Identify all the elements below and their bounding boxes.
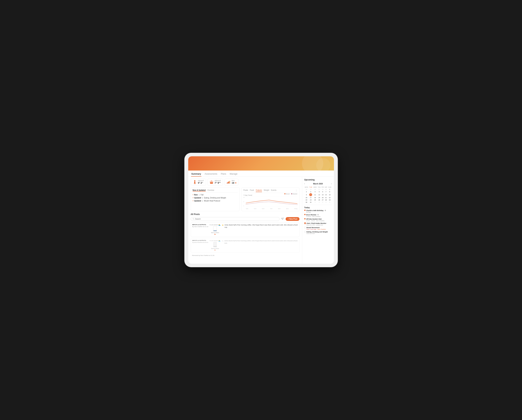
cal-prev-button[interactable]: ‹	[304, 182, 305, 185]
today-item-fluid-alert: Alert: Fluid Intake Monitor Due at 11:53…	[304, 222, 332, 226]
legend-bowel: Bowel	[284, 193, 290, 195]
tab-plans[interactable]: Plans	[221, 171, 227, 177]
cal-day[interactable]: 21	[324, 196, 328, 199]
cal-day[interactable]: 14	[324, 193, 328, 196]
cal-header-thu: THU	[317, 186, 321, 188]
new-post-button[interactable]: + New Post	[286, 217, 299, 221]
cal-day[interactable]: 11	[313, 193, 317, 196]
height-value: 5ft 2in	[198, 182, 204, 184]
today-item-birthday: Charlie's 64th Birthday ♻ All Day	[304, 210, 332, 213]
tab-assessments[interactable]: Assessments	[204, 171, 218, 177]
cal-day[interactable]: 12	[317, 193, 321, 196]
fluid-label-1: FLUID INTAKE	[209, 224, 218, 226]
cal-day[interactable]: 17	[308, 196, 313, 199]
cal-day[interactable]: 3	[321, 201, 324, 203]
svg-rect-3	[195, 183, 195, 184]
cal-day[interactable]: 22	[328, 196, 332, 199]
cal-day[interactable]: 3	[308, 191, 313, 193]
tab-overdue[interactable]: Overdue	[207, 189, 214, 192]
cal-day[interactable]: 30	[304, 201, 309, 203]
cal-day[interactable]: 24	[304, 188, 309, 191]
cal-header-wed: WED	[313, 186, 317, 188]
height-label: HEIGHT	[198, 180, 204, 182]
tab-new-updated[interactable]: New & Updated	[193, 189, 206, 192]
cal-day-today[interactable]: 10	[308, 193, 313, 196]
upcoming-title: Upcoming	[304, 179, 332, 181]
tablet-frame: Summary Assessments Plans Manage	[185, 153, 338, 267]
cal-day[interactable]: 5	[328, 201, 332, 203]
cal-day[interactable]: 20	[321, 196, 324, 199]
search-input[interactable]	[195, 218, 278, 220]
cal-day[interactable]: 29	[324, 188, 328, 191]
post-menu-2[interactable]: ⋮	[295, 240, 298, 242]
chart-svg	[246, 197, 297, 206]
chart-tab-fluids[interactable]: Fluids	[243, 189, 248, 192]
update-tabs: New & Updated Overdue	[193, 189, 238, 192]
filter-icon[interactable]	[281, 217, 284, 221]
chart-legend: Bowel Bladder	[284, 193, 297, 195]
birthday-meta: All Day	[306, 211, 332, 213]
cal-week-1: 2 3 4 5 6 7 8	[304, 191, 332, 193]
checkbox-eating[interactable]	[304, 231, 306, 233]
cal-day[interactable]: 19	[317, 196, 321, 199]
post-content-2: ↻ Omie drank half of her morning coffee.…	[222, 240, 298, 244]
cal-day[interactable]: 28	[321, 188, 324, 191]
chart-tab-outputs[interactable]: Outputs	[256, 189, 262, 192]
cal-day[interactable]: 6	[321, 191, 324, 193]
checkbox-bowel[interactable]	[304, 227, 306, 228]
cal-day[interactable]: 27	[321, 199, 324, 201]
cal-day[interactable]: 7	[324, 191, 328, 193]
chart-tab-events[interactable]: Events	[271, 189, 276, 192]
cal-day[interactable]: 24	[308, 199, 313, 201]
cal-day[interactable]: 1	[313, 201, 317, 203]
person-icon	[193, 180, 197, 184]
scale-icon	[209, 180, 214, 184]
cal-day[interactable]: 16	[304, 196, 309, 199]
fluid-amount-1: 50ml of 250ml	[211, 232, 219, 233]
cal-day[interactable]: 2	[304, 191, 309, 193]
post-author-1: By Dan Charlton at 11:13	[192, 226, 208, 227]
post-menu-1[interactable]: ⋮	[295, 224, 298, 226]
cal-day[interactable]: 27	[317, 188, 321, 191]
cal-day[interactable]: 23	[304, 199, 309, 201]
cal-day[interactable]: 2	[317, 201, 321, 203]
weight-label: WEIGHT	[215, 180, 221, 182]
cal-day[interactable]: 15	[328, 193, 332, 196]
fluid-fill-2	[214, 246, 217, 247]
stat-bmi: BMI 19 ⚑	[224, 179, 238, 186]
cal-next-button[interactable]: ›	[331, 182, 332, 185]
chart-tabs: Fluids Food Outputs Weight Events ⋮	[243, 189, 297, 193]
chart-tab-weight[interactable]: Weight	[264, 189, 269, 192]
svg-rect-8	[227, 183, 228, 184]
stat-bmi-content: BMI 19 ⚑	[232, 180, 237, 184]
two-col-section: New & Updated Overdue New | Fall Updated…	[191, 187, 299, 211]
cal-day[interactable]: 9	[304, 193, 309, 196]
post-cat-label-1: INPUTS & OUTPUTS	[192, 224, 208, 226]
cal-day[interactable]: 26	[317, 199, 321, 201]
cal-day[interactable]: 1	[328, 188, 332, 191]
cal-day[interactable]: 4	[313, 191, 317, 193]
cal-day[interactable]: 26	[313, 188, 317, 191]
checkbox-fluid-alert[interactable]	[304, 222, 306, 224]
update-item-2: Updated | Mouth Heal Protocol	[193, 200, 238, 202]
post-card-2: INPUTS & OUTPUTS By Dan Charlton at 11:1…	[191, 238, 299, 253]
cal-week-3: 16 17 18 19 20 21 22	[304, 196, 332, 199]
cal-day[interactable]: 28	[324, 199, 328, 201]
cal-day[interactable]: 31	[308, 201, 313, 203]
main-content: HEIGHT 5ft 2in	[188, 177, 334, 264]
cal-header-sat: SAT	[324, 186, 328, 188]
cal-day[interactable]: 18	[313, 196, 317, 199]
tab-manage[interactable]: Manage	[230, 171, 238, 177]
tab-summary[interactable]: Summary	[191, 171, 201, 177]
cal-day[interactable]: 25	[313, 199, 317, 201]
cal-day[interactable]: 13	[321, 193, 324, 196]
event-dot-1	[304, 214, 306, 215]
chart-tab-food[interactable]: Food	[250, 189, 254, 192]
cal-day[interactable]: 25	[308, 188, 313, 191]
chart-more-icon[interactable]: ⋮	[295, 189, 298, 192]
fluid-bar-2	[213, 242, 217, 247]
cal-day[interactable]: 29	[328, 199, 332, 201]
cal-day[interactable]: 4	[324, 201, 328, 203]
cal-day[interactable]: 8	[328, 191, 332, 193]
cal-day[interactable]: 5	[317, 191, 321, 193]
